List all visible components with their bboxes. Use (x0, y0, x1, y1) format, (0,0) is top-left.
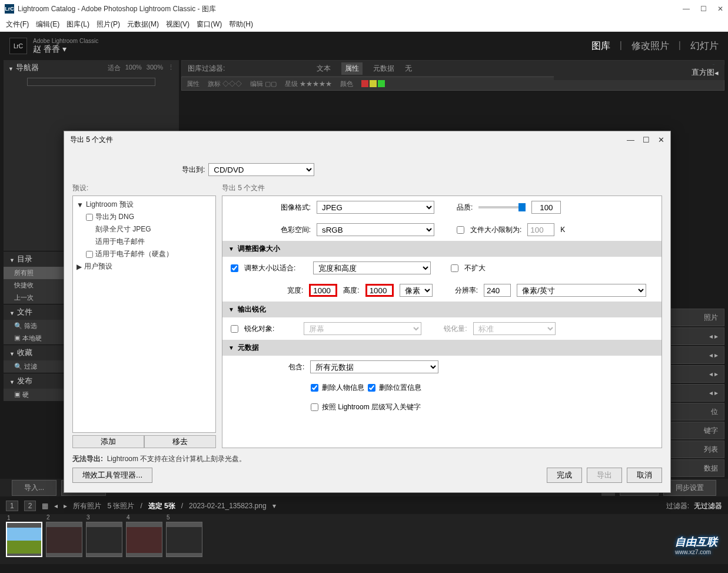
cancel-button[interactable]: 取消 (627, 468, 662, 483)
menu-file[interactable]: 文件(F) (4, 18, 31, 31)
navigator-toggle[interactable] (8, 64, 16, 72)
right-panel-4[interactable]: ◂ ▸ (666, 384, 724, 402)
height-label: 高度: (343, 286, 359, 296)
breadcrumb-selected: 选定 5张 (148, 501, 175, 511)
export-to-select[interactable]: CD/DVD (208, 163, 314, 176)
preset-label: 预设: (72, 183, 216, 193)
preset-group-user[interactable]: ▶用户预设 (75, 260, 213, 273)
thumb-2[interactable]: 2 (46, 522, 82, 557)
breadcrumb-dropdown-icon[interactable]: ▾ (272, 502, 276, 510)
app-icon: LrC (5, 4, 14, 14)
menu-edit[interactable]: 编辑(E) (34, 18, 62, 31)
menu-library[interactable]: 图库(L) (64, 18, 92, 31)
filmstrip-filter-value[interactable]: 无过滤器 (694, 501, 722, 511)
tab-develop[interactable]: 修改照片 (631, 40, 669, 52)
include-select[interactable]: 所有元数据 (310, 360, 438, 373)
histogram-title[interactable]: 直方图 (692, 67, 714, 78)
publish-header[interactable]: 发布 (17, 376, 32, 386)
filter-none[interactable]: 无 (405, 64, 412, 74)
user-name[interactable]: 赵 香香 (33, 44, 60, 54)
limit-size-checkbox[interactable] (457, 226, 464, 234)
metadata-section-header[interactable]: ▼元数据 (222, 340, 661, 356)
right-panel-2[interactable]: ◂ ▸ (666, 346, 724, 364)
filter-text[interactable]: 文本 (317, 64, 331, 74)
maximize-button[interactable]: ☐ (700, 5, 707, 13)
resolution-input[interactable] (484, 284, 511, 297)
monitor-1[interactable]: 1 (6, 501, 18, 511)
tab-library[interactable]: 图库 (591, 40, 610, 52)
right-panel-loc[interactable]: 位 (666, 403, 724, 420)
zoom-300[interactable]: 300% (147, 64, 163, 72)
right-panel-keyword[interactable]: 键字 (666, 422, 724, 439)
menu-help[interactable]: 帮助(H) (227, 18, 255, 31)
limit-size-unit: K (560, 226, 565, 234)
remove-location-checkbox[interactable] (368, 384, 375, 392)
colorspace-select[interactable]: sRGB (317, 223, 434, 236)
dialog-minimize-button[interactable]: — (627, 135, 634, 144)
resize-fit-label: 调整大小以适合: (244, 263, 295, 273)
resize-fit-select[interactable]: 宽度和高度 (313, 261, 431, 274)
back-icon[interactable]: ◂ (54, 502, 58, 510)
fwd-icon[interactable]: ▸ (64, 502, 67, 510)
dialog-close-button[interactable]: ✕ (658, 135, 664, 144)
sync-settings-button[interactable]: 同步设置 (663, 480, 716, 496)
done-button[interactable]: 完成 (547, 468, 582, 483)
right-panel-metadata[interactable]: 数据 (666, 459, 724, 477)
sharpen-for-label: 锐化对象: (244, 324, 274, 334)
zoom-fit[interactable]: 适合 (108, 64, 121, 72)
write-keywords-checkbox[interactable] (311, 403, 318, 411)
minimize-button[interactable]: — (683, 5, 690, 13)
zoom-menu-icon[interactable]: ⋮ (168, 64, 174, 72)
collections-header[interactable]: 收藏 (17, 347, 32, 358)
plugin-manager-button[interactable]: 增效工具管理器... (72, 468, 152, 483)
resize-fit-checkbox[interactable] (231, 264, 238, 272)
preset-dng[interactable]: 导出为 DNG (75, 211, 213, 223)
monitor-2[interactable]: 2 (24, 501, 36, 511)
dont-enlarge-checkbox[interactable] (451, 264, 458, 272)
dialog-maximize-button[interactable]: ☐ (643, 135, 650, 144)
catalog-header[interactable]: 目录 (17, 254, 32, 264)
right-panel-1[interactable]: ◂ ▸ (666, 327, 724, 345)
breadcrumb-all[interactable]: 所有照片 (73, 501, 101, 511)
thumb-3[interactable]: 3 (86, 522, 122, 557)
breadcrumb-count: 5 张照片 (107, 501, 134, 511)
menu-metadata[interactable]: 元数据(M) (125, 18, 161, 31)
import-button[interactable]: 导入... (12, 480, 56, 496)
preset-group-lightroom[interactable]: ▼Lightroom 预设 (75, 198, 213, 211)
quality-input[interactable] (531, 201, 561, 214)
sharpen-checkbox[interactable] (231, 325, 238, 333)
menu-window[interactable]: 窗口(W) (194, 18, 224, 31)
remove-person-checkbox[interactable] (311, 384, 318, 392)
width-input[interactable] (309, 284, 337, 297)
preset-email[interactable]: 适用于电子邮件 (75, 236, 213, 248)
preset-email-hd[interactable]: 适用于电子邮件（硬盘） (75, 248, 213, 260)
preset-jpeg-full[interactable]: 刻录全尺寸 JPEG (75, 223, 213, 236)
add-preset-button[interactable]: 添加 (72, 435, 144, 448)
quality-slider[interactable] (478, 206, 526, 208)
resize-section-header[interactable]: ▼调整图像大小 (222, 241, 661, 257)
filter-label: 图库过滤器: (188, 64, 225, 74)
menu-photo[interactable]: 照片(P) (94, 18, 122, 31)
width-label: 宽度: (287, 286, 303, 296)
right-panel-list[interactable]: 列表 (666, 440, 724, 458)
menu-view[interactable]: 视图(V) (164, 18, 192, 31)
format-select[interactable]: JPEG (317, 201, 434, 214)
sharpen-section-header[interactable]: ▼输出锐化 (222, 302, 661, 317)
zoom-100[interactable]: 100% (125, 64, 142, 72)
right-panel-photo[interactable]: 照片 (666, 309, 724, 326)
remove-preset-button[interactable]: 移去 (144, 435, 216, 448)
thumb-5[interactable]: 5 (166, 522, 202, 557)
filter-meta[interactable]: 元数据 (373, 64, 394, 74)
filter-attr[interactable]: 属性 (341, 62, 363, 75)
close-button[interactable]: ✕ (717, 5, 723, 13)
thumb-4[interactable]: 4 (126, 522, 162, 557)
right-panel-3[interactable]: ◂ ▸ (666, 365, 724, 383)
tab-slideshow[interactable]: 幻灯片 (690, 40, 719, 52)
thumb-1[interactable]: 1 (6, 522, 42, 557)
resolution-unit-select[interactable]: 像素/英寸 (517, 284, 646, 297)
height-input[interactable] (365, 284, 394, 297)
dimension-unit-select[interactable]: 像素 (400, 284, 433, 297)
export-action-button[interactable]: 导出 (587, 468, 622, 483)
grid-icon[interactable]: ▦ (42, 502, 48, 510)
folders-header[interactable]: 文件 (17, 307, 32, 317)
